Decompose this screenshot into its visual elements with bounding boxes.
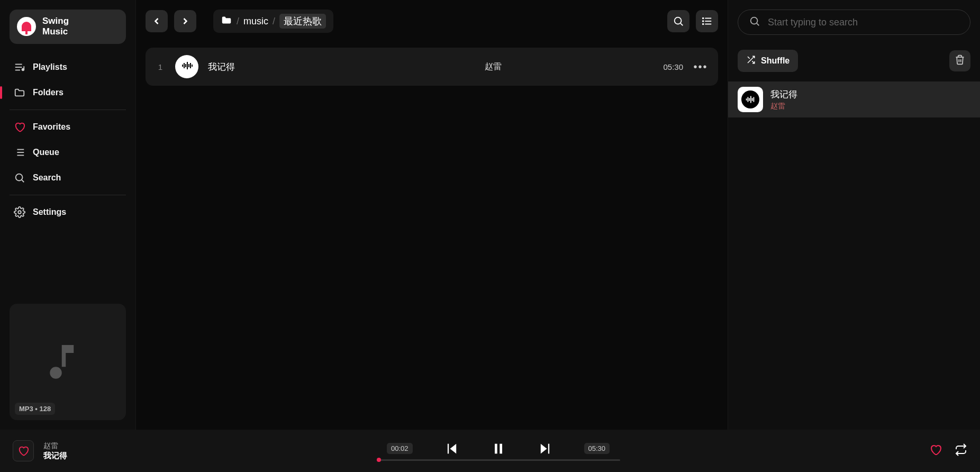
svg-point-14 — [675, 17, 682, 24]
nav-back-button[interactable] — [146, 10, 168, 32]
svg-point-13 — [18, 211, 21, 214]
total-time: 05:30 — [584, 443, 610, 454]
sidebar-item-playlists[interactable]: Playlists — [10, 55, 126, 80]
track-row[interactable]: 1 我记得 赵雷 05:30 ••• — [146, 48, 718, 86]
topbar: / music / 最近热歌 — [146, 10, 718, 33]
breadcrumb-segment-current[interactable]: 最近热歌 — [279, 14, 326, 29]
sidebar-item-label: Folders — [33, 88, 63, 97]
breadcrumb-segment[interactable]: music — [243, 16, 268, 27]
favorite-button[interactable] — [13, 440, 34, 461]
format-badge: MP3 • 128 — [15, 403, 55, 415]
right-panel: Shuffle 我记得 赵雷 — [728, 0, 980, 430]
svg-rect-41 — [447, 443, 448, 453]
previous-button[interactable] — [444, 441, 459, 456]
clear-queue-button[interactable] — [949, 50, 970, 71]
queue-item[interactable]: 我记得 赵雷 — [728, 81, 980, 117]
sidebar-item-settings[interactable]: Settings — [10, 199, 126, 225]
now-playing-meta[interactable]: 赵雷 我记得 — [43, 441, 67, 461]
player-controls: 00:02 05:30 — [387, 441, 610, 456]
repeat-button[interactable] — [955, 443, 967, 458]
waveform-icon — [180, 59, 193, 74]
breadcrumb-separator: / — [237, 16, 239, 27]
next-button[interactable] — [538, 441, 552, 456]
app-logo-icon — [17, 17, 36, 36]
nav-forward-button[interactable] — [174, 10, 196, 32]
trash-icon — [955, 55, 965, 67]
queue-icon — [14, 147, 25, 158]
sidebar-item-label: Favorites — [33, 122, 70, 132]
queue-item-artist: 赵雷 — [770, 102, 797, 111]
svg-point-20 — [703, 21, 704, 22]
sidebar-item-label: Search — [33, 173, 61, 183]
nav-separator — [10, 195, 126, 195]
queue-actions: Shuffle — [738, 50, 970, 72]
svg-marker-44 — [540, 443, 547, 453]
shuffle-icon — [746, 55, 756, 67]
now-playing-thumbnail[interactable]: MP3 • 128 — [10, 304, 126, 420]
app-name: Swing Music — [42, 16, 69, 38]
sidebar-item-search[interactable]: Search — [10, 165, 126, 190]
folder-icon — [14, 87, 25, 98]
music-note-icon — [44, 334, 92, 389]
like-button[interactable] — [929, 443, 942, 458]
queue-thumbnail — [738, 87, 763, 112]
svg-rect-43 — [500, 443, 502, 453]
svg-point-11 — [16, 174, 23, 180]
sidebar-nav: Playlists Folders Favorites Queue — [10, 55, 126, 225]
track-index: 1 — [155, 62, 166, 71]
progress-bar[interactable] — [377, 459, 620, 461]
sidebar-item-label: Playlists — [33, 62, 67, 72]
search-input[interactable] — [768, 17, 959, 28]
svg-rect-45 — [548, 443, 549, 453]
search-button[interactable] — [667, 10, 689, 32]
list-view-button[interactable] — [696, 10, 718, 32]
track-title: 我记得 — [208, 61, 340, 73]
shuffle-label: Shuffle — [761, 56, 790, 66]
track-thumbnail — [175, 55, 198, 78]
svg-point-19 — [703, 18, 704, 19]
sidebar-item-folders[interactable]: Folders — [10, 80, 126, 105]
track-duration: 05:30 — [646, 62, 683, 71]
track-list: 1 我记得 赵雷 05:30 ••• — [146, 48, 718, 86]
svg-point-29 — [751, 17, 758, 24]
playlist-icon — [14, 61, 25, 73]
track-artist: 赵雷 — [350, 61, 637, 72]
nav-separator — [10, 110, 126, 110]
player-bar: 赵雷 我记得 00:02 05:30 — [0, 430, 980, 472]
sidebar-item-favorites[interactable]: Favorites — [10, 114, 126, 140]
sidebar-item-queue[interactable]: Queue — [10, 140, 126, 165]
search-icon — [749, 15, 760, 29]
svg-line-12 — [22, 180, 24, 182]
svg-line-30 — [757, 23, 759, 25]
track-more-button[interactable]: ••• — [693, 61, 709, 73]
search-icon — [14, 172, 25, 184]
svg-rect-42 — [495, 443, 497, 453]
breadcrumb: / music / 最近热歌 — [213, 10, 333, 33]
shuffle-button[interactable]: Shuffle — [738, 50, 798, 72]
sidebar: Swing Music Playlists Folders Favori — [0, 0, 135, 430]
gear-icon — [14, 206, 25, 218]
svg-point-21 — [703, 24, 704, 25]
sidebar-item-label: Settings — [33, 207, 66, 217]
sidebar-item-label: Queue — [33, 148, 59, 157]
main-content: / music / 最近热歌 1 我记得 — [135, 0, 728, 430]
svg-line-33 — [748, 57, 750, 59]
elapsed-time: 00:02 — [387, 443, 413, 454]
now-playing-title: 我记得 — [43, 451, 67, 461]
now-playing-artist: 赵雷 — [43, 441, 67, 451]
queue-list: 我记得 赵雷 — [728, 81, 980, 117]
heart-icon — [14, 121, 25, 133]
svg-marker-40 — [450, 443, 456, 453]
search-box[interactable] — [738, 10, 970, 35]
queue-item-title: 我记得 — [770, 88, 797, 101]
svg-line-15 — [680, 23, 683, 25]
folder-icon[interactable] — [221, 14, 232, 29]
app-logo-card[interactable]: Swing Music — [10, 10, 126, 44]
pause-button[interactable] — [491, 441, 506, 456]
breadcrumb-separator: / — [273, 16, 275, 27]
progress-thumb[interactable] — [377, 458, 381, 462]
